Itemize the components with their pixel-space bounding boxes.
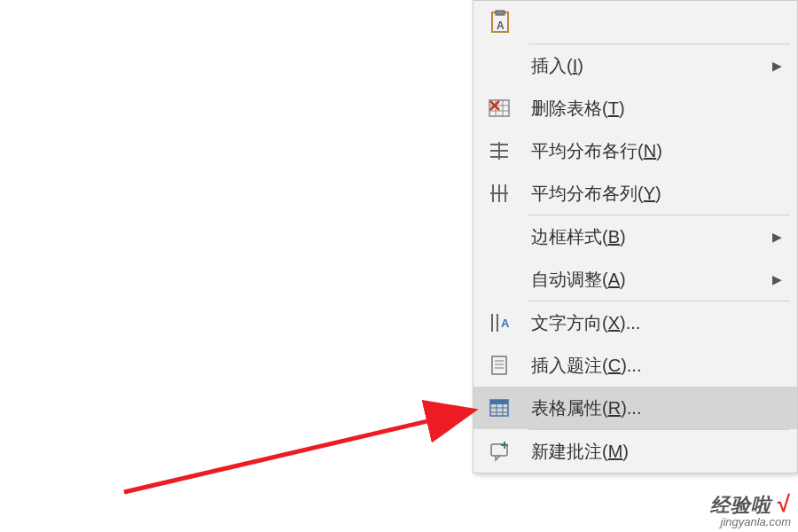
table-properties-icon [487,395,531,420]
menu-item-distribute-rows[interactable]: 平均分布各行(N) [473,129,797,172]
watermark: 经验啦 √ jingyanla.com [710,490,791,528]
submenu-arrow-icon: ▶ [772,230,786,244]
menu-label: 平均分布各行(N) [531,139,772,163]
menu-label: 表格属性(R)... [531,396,772,420]
svg-rect-1 [496,11,505,15]
submenu-arrow-icon: ▶ [772,59,786,73]
svg-rect-21 [492,356,506,374]
check-icon: √ [778,490,791,517]
svg-text:A: A [501,317,510,330]
context-menu: A 插入(I) ▶ 删除表格(T) [473,0,798,473]
menu-label: 插入(I) [531,54,772,78]
menu-label: 文字方向(X)... [531,311,772,335]
menu-item-table-properties[interactable]: 表格属性(R)... [473,387,797,429]
menu-label: 平均分布各列(Y) [531,182,772,206]
menu-label: 边框样式(B) [531,225,772,249]
menu-item-distribute-cols[interactable]: 平均分布各列(Y) [473,172,797,215]
watermark-text: 经验啦 [710,494,771,516]
new-comment-icon [487,439,531,464]
menu-item-auto-fit[interactable]: 自动调整(A) ▶ [473,258,797,301]
svg-rect-26 [490,400,508,404]
delete-table-icon [487,96,531,121]
menu-item-delete-table[interactable]: 删除表格(T) [473,87,797,129]
menu-label: 删除表格(T) [531,97,772,121]
menu-item-new-comment[interactable]: 新建批注(M) [473,430,797,473]
menu-item-insert-caption[interactable]: 插入题注(C)... [473,344,797,387]
paste-options-row[interactable]: A [473,1,797,43]
menu-item-text-direction[interactable]: A 文字方向(X)... [473,301,797,344]
distribute-cols-icon [487,181,531,206]
menu-label: 自动调整(A) [531,268,772,292]
text-direction-icon: A [487,310,531,335]
distribute-rows-icon [487,138,531,163]
menu-item-border-style[interactable]: 边框样式(B) ▶ [473,215,797,258]
annotation-arrow [115,381,488,510]
caption-icon [487,353,531,378]
menu-label: 新建批注(M) [531,440,772,464]
submenu-arrow-icon: ▶ [772,272,786,286]
svg-text:A: A [497,20,505,32]
menu-item-insert[interactable]: 插入(I) ▶ [473,44,797,87]
svg-line-35 [124,412,466,492]
menu-label: 插入题注(C)... [531,354,772,378]
watermark-url: jingyanla.com [710,515,791,528]
paste-icon: A [487,9,531,35]
